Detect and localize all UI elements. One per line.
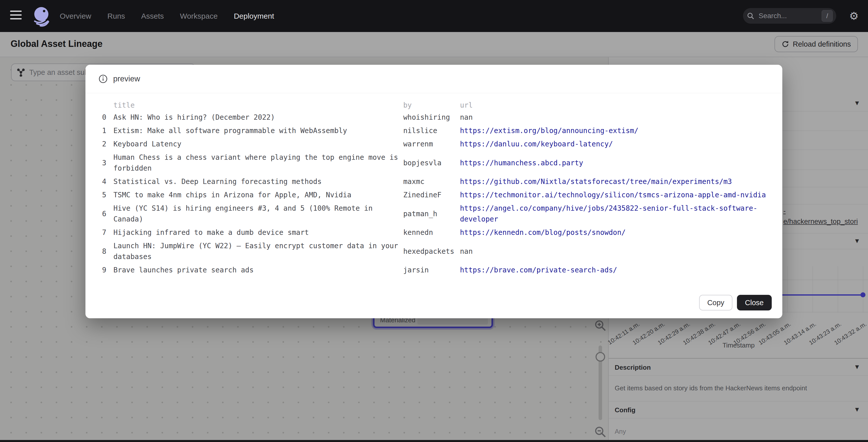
table-row: 8Launch HN: JumpWire (YC W22) – Easily e… [102, 239, 771, 263]
table-row: 2Keyboard Latencywarrenmhttps://danluu.c… [102, 137, 771, 151]
row-index: 4 [102, 176, 114, 187]
column-header-by: by [403, 100, 460, 110]
preview-table: titlebyurl0Ask HN: Who is hiring? (Decem… [102, 100, 771, 277]
dialog-header: preview [86, 65, 782, 93]
close-button[interactable]: Close [737, 295, 772, 311]
nav-items: OverviewRunsAssetsWorkspaceDeployment [60, 0, 274, 32]
cell-title: Ask HN: Who is hiring? (December 2022) [114, 112, 403, 123]
search-icon [746, 12, 754, 20]
cell-url: https://danluu.com/keyboard-latency/ [460, 138, 771, 150]
hamburger-menu-icon[interactable] [10, 10, 23, 21]
table-header-row: titlebyurl [102, 100, 771, 110]
url-link[interactable]: https://extism.org/blog/announcing-extis… [460, 126, 639, 135]
cell-url: nan [460, 246, 771, 257]
cell-url: https://extism.org/blog/announcing-extis… [460, 125, 771, 136]
cell-url: https://kennedn.com/blog/posts/snowdon/ [460, 227, 771, 238]
cell-by: maxmc [403, 176, 460, 187]
column-header-url: url [460, 100, 771, 110]
cell-by: patman_h [403, 209, 460, 219]
cell-title: Human Chess is a chess variant where pla… [114, 152, 403, 173]
cell-by: hexedpackets [403, 246, 460, 257]
cell-title: Hive (YC S14) is hiring engineers #3, 4 … [114, 203, 403, 224]
cell-by: bopjesvla [403, 158, 460, 168]
cell-title: Launch HN: JumpWire (YC W22) – Easily en… [114, 241, 403, 262]
cell-title: TSMC to make 4nm chips in Arizona for Ap… [114, 189, 403, 200]
row-index: 1 [102, 125, 114, 136]
cell-url: https://brave.com/private-search-ads/ [460, 264, 771, 276]
row-index: 0 [102, 112, 114, 123]
url-link[interactable]: https://brave.com/private-search-ads/ [460, 266, 617, 274]
table-row: 0Ask HN: Who is hiring? (December 2022)w… [102, 110, 771, 124]
search-shortcut-key: / [822, 10, 833, 22]
url-link[interactable]: https://kennedn.com/blog/posts/snowdon/ [460, 228, 625, 236]
cell-by: whoishiring [403, 112, 460, 123]
search-input[interactable]: Search... / [743, 8, 836, 24]
url-link[interactable]: https://github.com/Nixtla/statsforecast/… [460, 178, 732, 186]
cell-title: Keyboard Latency [114, 138, 403, 150]
app-root: Type an asset sub Materialized [0, 0, 868, 442]
cell-by: warrenm [403, 138, 460, 150]
cell-by: ZinedineF [403, 189, 460, 200]
cell-url: https://github.com/Nixtla/statsforecast/… [460, 176, 771, 187]
url-link[interactable]: https://humanchess.abcd.party [460, 159, 583, 167]
nav-item-assets[interactable]: Assets [141, 12, 164, 21]
row-index: 2 [102, 138, 114, 150]
row-index: 7 [102, 227, 114, 238]
nav-item-runs[interactable]: Runs [107, 12, 125, 21]
cell-title: Brave launches private search ads [114, 264, 403, 276]
url-link[interactable]: https://danluu.com/keyboard-latency/ [460, 140, 613, 148]
cell-by: nilslice [403, 125, 460, 136]
info-icon [98, 74, 107, 84]
table-row: 4Statistical vs. Deep Learning forecasti… [102, 175, 771, 188]
search-placeholder: Search... [758, 12, 822, 20]
row-index: 9 [102, 264, 114, 276]
cell-url: nan [460, 112, 771, 123]
cell-title: Extism: Make all software programmable w… [114, 125, 403, 136]
top-nav: OverviewRunsAssetsWorkspaceDeployment Se… [0, 0, 868, 32]
nav-item-deployment[interactable]: Deployment [234, 12, 274, 21]
dagster-logo[interactable] [30, 4, 54, 28]
dialog-footer: Copy Close [699, 295, 772, 311]
nav-item-overview[interactable]: Overview [60, 12, 91, 21]
row-index: 8 [102, 246, 114, 257]
row-index: 5 [102, 189, 114, 200]
cell-title: Statistical vs. Deep Learning forecastin… [114, 176, 403, 187]
table-row: 6Hive (YC S14) is hiring engineers #3, 4… [102, 201, 771, 226]
table-row: 7Hijacking infrared to make a dumb devic… [102, 226, 771, 239]
cell-url: https://techmonitor.ai/technology/silico… [460, 189, 771, 200]
cell-url: https://angel.co/company/hive/jobs/24358… [460, 203, 771, 224]
nav-item-workspace[interactable]: Workspace [180, 12, 218, 21]
table-row: 5TSMC to make 4nm chips in Arizona for A… [102, 188, 771, 201]
dialog-title: preview [113, 74, 140, 84]
gear-icon[interactable]: ⚙ [848, 10, 860, 22]
table-row: 3Human Chess is a chess variant where pl… [102, 151, 771, 175]
cell-title: Hijacking infrared to make a dumb device… [114, 227, 403, 238]
row-index: 3 [102, 158, 114, 168]
preview-dialog: preview titlebyurl0Ask HN: Who is hiring… [86, 65, 782, 318]
column-header-title: title [114, 100, 403, 110]
table-row: 9Brave launches private search adsjarsin… [102, 263, 771, 277]
url-link[interactable]: https://techmonitor.ai/technology/silico… [460, 191, 766, 199]
row-index: 6 [102, 209, 114, 219]
cell-url: https://humanchess.abcd.party [460, 158, 771, 168]
table-row: 1Extism: Make all software programmable … [102, 124, 771, 137]
cell-by: kennedn [403, 227, 460, 238]
copy-button[interactable]: Copy [699, 295, 733, 311]
url-link[interactable]: https://angel.co/company/hive/jobs/24358… [460, 204, 757, 223]
cell-by: jarsin [403, 264, 460, 276]
